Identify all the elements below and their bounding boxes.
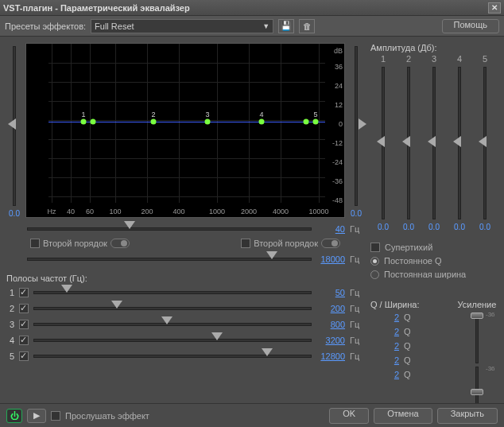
save-preset-icon[interactable]: 💾 — [278, 19, 294, 33]
q-value[interactable]: 2 — [370, 327, 399, 336]
band-freq-slider[interactable] — [33, 350, 312, 363]
band-enable-checkbox[interactable] — [19, 304, 29, 313]
lowcut-slider[interactable] — [27, 223, 312, 235]
power-icon[interactable]: ⏻ — [6, 409, 22, 423]
band-freq-slider[interactable] — [33, 334, 312, 347]
eq-point[interactable] — [304, 119, 309, 125]
band-freq-value[interactable]: 800 — [316, 320, 345, 329]
amplitude-slider[interactable] — [449, 64, 470, 223]
toolbar: Пресеты эффектов: Full Reset ▼ 💾 🗑 Помощ… — [0, 16, 504, 37]
lowcut-value[interactable]: 40 — [316, 224, 345, 234]
eq-point[interactable] — [81, 119, 87, 125]
q-unit: Q — [404, 370, 423, 379]
band-enable-checkbox[interactable] — [19, 288, 29, 297]
amp-num: 1 — [381, 54, 386, 64]
constant-q-radio[interactable] — [370, 257, 379, 266]
eq-point[interactable] — [313, 119, 319, 125]
superquiet-label: Супертихий — [385, 243, 432, 252]
band-unit: Гц — [350, 320, 364, 329]
constant-width-radio[interactable] — [370, 270, 379, 279]
amplitude-value: 0.0 — [378, 223, 389, 231]
eq-point[interactable] — [91, 119, 96, 125]
band-freq-value[interactable]: 12800 — [316, 351, 345, 361]
output-gain-slider[interactable]: 0.0 — [348, 43, 364, 218]
close-button[interactable]: Закрыть — [437, 408, 498, 424]
superquiet-checkbox[interactable] — [370, 243, 380, 252]
hz-tick: 4000 — [273, 208, 289, 215]
db-tick: 12 — [335, 101, 343, 109]
eq-point-label: 2 — [151, 111, 155, 118]
band-freq-value[interactable]: 50 — [316, 288, 345, 297]
amplitude-slider[interactable] — [424, 64, 444, 223]
eq-point[interactable] — [205, 119, 211, 125]
amplitude-slider[interactable] — [475, 64, 495, 223]
highcut-knob[interactable] — [321, 239, 340, 248]
eq-graph[interactable]: dB3624120-12-24-36-48Hz40601002004001000… — [25, 43, 345, 218]
bands-label: Полосы частот (Гц): — [6, 274, 364, 283]
play-icon[interactable]: ▶ — [27, 409, 46, 423]
hz-tick: 40 — [67, 208, 75, 215]
q-value[interactable]: 2 — [370, 355, 399, 365]
hz-tick: 60 — [86, 208, 94, 215]
band-unit: Гц — [350, 304, 364, 313]
band-enable-checkbox[interactable] — [19, 320, 29, 329]
input-gain-value: 0.0 — [9, 209, 20, 218]
lowcut-second-order-checkbox[interactable] — [30, 239, 40, 248]
highcut-second-order-label: Второй порядок — [254, 239, 318, 248]
chevron-down-icon: ▼ — [262, 22, 269, 30]
band-unit: Гц — [350, 336, 364, 345]
eq-point[interactable] — [151, 119, 157, 125]
amplitude-value: 0.0 — [454, 223, 465, 231]
cancel-button[interactable]: Отмена — [374, 408, 432, 424]
eq-point-label: 3 — [205, 111, 209, 118]
band-freq-value[interactable]: 3200 — [316, 336, 345, 345]
q-unit: Q — [404, 312, 423, 322]
highcut-value[interactable]: 18000 — [316, 254, 345, 264]
highcut-unit: Гц — [350, 254, 364, 264]
gain-slider-1[interactable]: -36 — [470, 312, 484, 363]
q-value[interactable]: 2 — [370, 312, 399, 322]
preset-dropdown[interactable]: Full Reset ▼ — [91, 19, 273, 33]
help-button[interactable]: Помощь — [442, 19, 500, 33]
amplitude-value: 0.0 — [403, 223, 414, 231]
footer: ⏻ ▶ Прослушать эффект OK Отмена Закрыть — [0, 403, 504, 427]
highcut-second-order-checkbox[interactable] — [241, 239, 250, 248]
output-gain-value: 0.0 — [351, 209, 362, 218]
amplitude-value: 0.0 — [479, 223, 490, 231]
ok-button[interactable]: OK — [329, 408, 369, 424]
band-freq-value[interactable]: 200 — [316, 304, 345, 313]
band-freq-slider[interactable] — [33, 318, 312, 331]
hz-tick: Hz — [48, 208, 56, 215]
band-freq-slider[interactable] — [33, 286, 312, 299]
eq-point-label: 1 — [81, 111, 85, 118]
input-gain-slider[interactable]: 0.0 — [6, 43, 22, 218]
db-tick: 24 — [335, 82, 343, 90]
db-tick: 36 — [335, 63, 343, 71]
q-value[interactable]: 2 — [370, 370, 399, 379]
constant-width-label: Постоянная ширина — [384, 270, 466, 279]
hz-tick: 2000 — [241, 208, 257, 215]
q-unit: Q — [404, 327, 423, 336]
band-enable-checkbox[interactable] — [19, 336, 29, 345]
delete-preset-icon[interactable]: 🗑 — [299, 19, 315, 33]
band-num: 1 — [6, 288, 14, 297]
q-value[interactable]: 2 — [370, 341, 399, 351]
q-width-label: Q / Ширина: — [370, 300, 450, 309]
db-tick: -24 — [332, 158, 343, 166]
amplitude-slider[interactable] — [373, 64, 394, 223]
lowcut-knob[interactable] — [110, 239, 130, 248]
amp-num: 3 — [432, 54, 436, 64]
listen-label: Прослушать эффект — [65, 411, 149, 421]
listen-checkbox[interactable] — [51, 411, 60, 421]
amp-num: 2 — [406, 54, 411, 64]
db-tick: -36 — [332, 177, 343, 185]
amplitude-slider[interactable] — [398, 64, 419, 223]
band-enable-checkbox[interactable] — [19, 351, 29, 361]
preset-value: Full Reset — [95, 21, 134, 31]
eq-point[interactable] — [259, 119, 265, 125]
close-icon[interactable]: ✕ — [488, 2, 501, 14]
titlebar: VST-плагин - Параметрический эквалайзер … — [0, 0, 504, 16]
eq-point-label: 5 — [313, 111, 317, 118]
highcut-slider[interactable] — [27, 253, 312, 266]
band-freq-slider[interactable] — [33, 302, 312, 315]
